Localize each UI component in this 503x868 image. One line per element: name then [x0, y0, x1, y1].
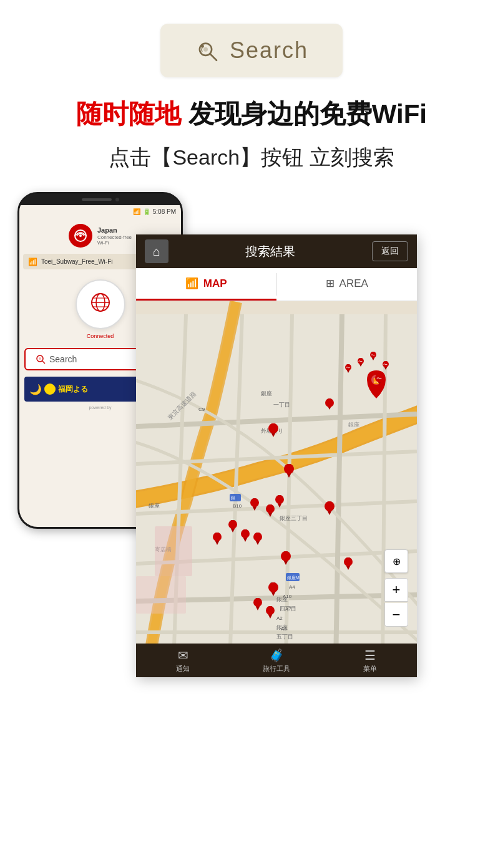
svg-point-61: [241, 529, 250, 538]
svg-point-57: [250, 498, 259, 507]
svg-point-60: [228, 520, 237, 529]
signal-icon: 📶: [133, 208, 140, 215]
home-button[interactable]: ⌂: [145, 239, 168, 263]
phone-area: 📶 🔋 5:08 PM Japan: [0, 192, 503, 660]
zoom-in-button[interactable]: +: [384, 578, 408, 602]
nav-notifications-label: 通知: [176, 664, 190, 673]
speaker-grille: [82, 198, 112, 201]
subheadline: 点击【Search】按钮 立刻搜索: [96, 143, 406, 173]
headline-black: 发现身边的免费WiFi: [188, 99, 427, 128]
svg-point-68: [253, 598, 262, 607]
svg-text:〜: 〜: [376, 375, 382, 382]
ad-text: 福岡よる: [58, 384, 88, 395]
svg-point-3: [201, 44, 204, 47]
svg-text:A5: A5: [281, 626, 287, 632]
results-header: ⌂ 搜索結果 返回: [136, 234, 417, 268]
tab-area[interactable]: ⊞ AREA: [277, 268, 418, 301]
svg-text:〜: 〜: [371, 353, 375, 357]
svg-point-62: [253, 533, 262, 541]
map-tab-label: MAP: [203, 277, 227, 290]
svg-text:A7: A7: [285, 606, 291, 612]
nav-menu-label: 菜单: [363, 664, 377, 673]
svg-point-64: [281, 551, 291, 561]
search-button-label: Search: [230, 37, 308, 64]
search-button-top[interactable]: Search: [160, 24, 343, 77]
menu-icon: ☰: [364, 648, 376, 663]
connected-button[interactable]: [76, 279, 125, 329]
svg-text:銀座三丁目: 銀座三丁目: [280, 515, 308, 521]
svg-point-59: [275, 495, 284, 504]
headline: 随时随地 发现身边的免费WiFi: [64, 97, 439, 132]
svg-point-66: [344, 557, 353, 566]
phone-camera: [115, 198, 119, 201]
svg-point-69: [266, 606, 275, 615]
app-title: Japan: [97, 226, 132, 234]
back-button[interactable]: 返回: [372, 241, 408, 261]
svg-text:銀: 銀: [231, 496, 235, 500]
svg-point-5: [79, 234, 82, 237]
wifi-icon: 📶: [28, 258, 37, 266]
svg-text:〜: 〜: [358, 359, 363, 364]
nav-notifications[interactable]: ✉ 通知: [136, 648, 230, 673]
svg-point-2: [203, 47, 208, 52]
map-area: 東京高速道路 外堀通り 銀座 寄居橋 銀座 一丁目 銀座 銀座三丁目 銀座 四丁…: [136, 301, 417, 677]
nav-travel-tools-label: 旅行工具: [263, 664, 290, 673]
svg-text:B10: B10: [233, 503, 242, 509]
svg-point-63: [213, 533, 222, 541]
svg-text:C9: C9: [198, 407, 205, 412]
map-tab-icon: 📶: [185, 277, 198, 290]
svg-rect-41: [136, 576, 186, 614]
bottom-nav: ✉ 通知 🧳 旅行工具 ☰ 菜单: [136, 644, 417, 677]
notifications-icon: ✉: [178, 648, 188, 663]
svg-point-55: [268, 423, 278, 433]
svg-text:五丁目: 五丁目: [276, 634, 293, 640]
nav-menu[interactable]: ☰ 菜单: [323, 648, 417, 673]
svg-text:銀座M: 銀座M: [287, 576, 300, 580]
search-icon: [195, 37, 221, 64]
svg-text:A4: A4: [289, 584, 295, 590]
svg-point-54: [325, 398, 334, 407]
svg-point-65: [325, 501, 335, 511]
svg-line-1: [210, 54, 217, 60]
tab-bar: 📶 MAP ⊞ AREA: [136, 268, 417, 301]
search-small-icon: [36, 354, 46, 364]
area-tab-icon: ⊞: [326, 277, 335, 290]
battery-icon: 🔋: [143, 208, 150, 215]
travel-tools-icon: 🧳: [269, 648, 285, 663]
svg-text:〜: 〜: [346, 365, 350, 370]
network-name: Toei_Subway_Free_Wi-Fi: [41, 258, 113, 265]
headline-red: 随时随地: [76, 99, 181, 128]
svg-point-13: [39, 357, 41, 360]
status-bar: 📶 🔋 5:08 PM: [19, 205, 181, 218]
app-subtitle: Connected-freeWi-Fi: [97, 234, 132, 246]
search-results-panel: ⌂ 搜索結果 返回 📶 MAP ⊞ AREA: [136, 234, 417, 677]
svg-point-58: [266, 504, 275, 513]
status-time: 5:08 PM: [153, 208, 176, 215]
globe-icon: [89, 291, 112, 318]
svg-text:銀座: 銀座: [149, 503, 160, 509]
search-phone-label: Search: [49, 354, 77, 364]
svg-rect-40: [155, 526, 192, 576]
app-logo-container: Japan Connected-freeWi-Fi: [69, 224, 132, 248]
svg-text:銀座: 銀座: [261, 390, 272, 397]
zoom-out-button[interactable]: −: [384, 603, 408, 627]
svg-text:〜: 〜: [383, 362, 388, 367]
nav-travel-tools[interactable]: 🧳 旅行工具: [230, 648, 323, 673]
current-location-button[interactable]: ⊕: [384, 549, 408, 573]
phone-top-bar: [19, 194, 181, 205]
svg-text:銀座: 銀座: [348, 422, 359, 428]
svg-line-12: [42, 361, 45, 364]
zoom-controls: ⊕ + −: [384, 549, 408, 627]
results-title: 搜索結果: [175, 243, 366, 260]
map-svg: 東京高速道路 外堀通り 銀座 寄居橋 銀座 一丁目 銀座 銀座三丁目 銀座 四丁…: [136, 301, 417, 677]
area-tab-label: AREA: [339, 277, 368, 290]
svg-text:A2: A2: [276, 615, 283, 621]
svg-text:一丁目: 一丁目: [273, 402, 290, 408]
tab-map[interactable]: 📶 MAP: [136, 268, 276, 301]
svg-point-56: [284, 464, 294, 474]
svg-text:A10: A10: [283, 594, 292, 599]
svg-point-67: [268, 582, 278, 592]
wifi-logo-circle: [69, 224, 92, 248]
